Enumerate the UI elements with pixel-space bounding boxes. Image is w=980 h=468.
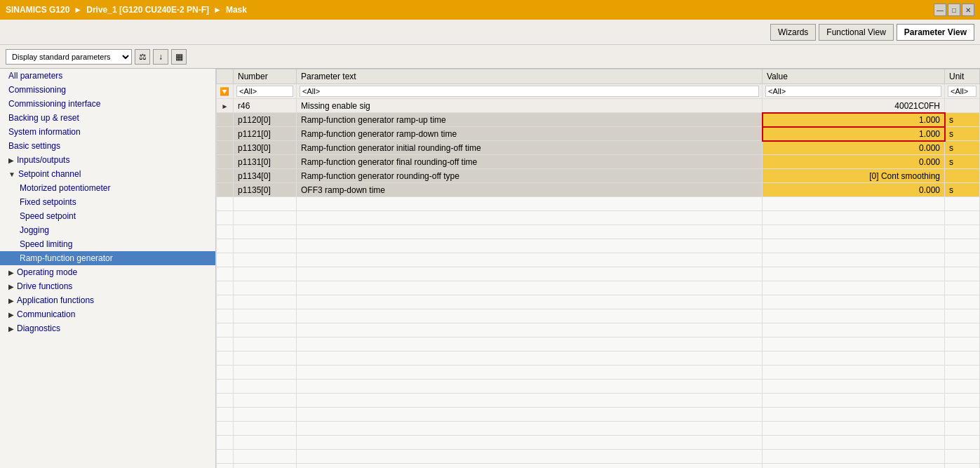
table-row[interactable]: p1120[0] Ramp-function generator ramp-up… <box>217 113 980 127</box>
empty-row <box>217 295 980 309</box>
scale-icon[interactable]: ⚖ <box>135 49 150 65</box>
row-unit-cell <box>945 99 980 113</box>
sidebar-item-jogging[interactable]: Jogging <box>0 223 215 237</box>
row-number-cell: p1131[0] <box>234 155 297 169</box>
row-arrow-cell <box>217 155 234 169</box>
sidebar-item-application-functions[interactable]: ▶ Application functions <box>0 293 215 307</box>
filter-unit-input[interactable] <box>948 86 976 97</box>
filter-value-cell[interactable] <box>763 84 945 99</box>
table-row[interactable]: p1131[0] Ramp-function generator final r… <box>217 155 980 169</box>
row-arrow-cell <box>217 141 234 155</box>
sidebar-item-ramp-function-generator[interactable]: Ramp-function generator <box>0 251 215 265</box>
sidebar-item-setpoint-channel[interactable]: ▼ Setpoint channel <box>0 167 215 181</box>
window-controls[interactable]: — □ ✕ <box>934 4 974 16</box>
title-sinamics: SINAMICS G120 <box>6 5 69 15</box>
parameter-table: Number Parameter text Value Unit 🔽 <box>216 69 980 468</box>
sidebar: All parameters Commissioning Commissioni… <box>0 69 216 468</box>
row-value-cell[interactable]: 1.000 <box>763 127 945 141</box>
sidebar-item-diagnostics[interactable]: ▶ Diagnostics <box>0 321 215 335</box>
header-value[interactable]: Value <box>763 69 945 84</box>
maximize-button[interactable]: □ <box>948 4 960 16</box>
expand-arrow-icon: ▼ <box>8 171 15 178</box>
sidebar-item-label: Commissioning <box>8 85 66 95</box>
row-value-cell[interactable]: 0.000 <box>763 141 945 155</box>
sidebar-item-label: Application functions <box>17 295 94 305</box>
row-value-cell: 40021C0FH <box>763 99 945 113</box>
row-number-cell: p1135[0] <box>234 183 297 197</box>
sidebar-item-backing-reset[interactable]: Backing up & reset <box>0 111 215 125</box>
row-unit-cell <box>945 169 980 183</box>
sidebar-item-inputs-outputs[interactable]: ▶ Inputs/outputs <box>0 153 215 167</box>
title-bar: SINAMICS G120 ► Drive_1 [G120 CU240E-2 P… <box>0 0 980 20</box>
filter-value-input[interactable] <box>765 86 941 97</box>
header-unit[interactable]: Unit <box>945 69 980 84</box>
sidebar-item-label: Drive functions <box>17 281 72 291</box>
close-button[interactable]: ✕ <box>962 4 974 16</box>
view-toolbar: Wizards Functional View Parameter View <box>0 20 980 45</box>
sidebar-item-drive-functions[interactable]: ▶ Drive functions <box>0 279 215 293</box>
settings-icon[interactable]: ▦ <box>171 49 187 65</box>
row-unit-cell: s <box>945 113 980 127</box>
empty-row <box>217 323 980 337</box>
empty-row <box>217 211 980 225</box>
empty-row <box>217 267 980 281</box>
sidebar-item-all-parameters[interactable]: All parameters <box>0 69 215 83</box>
table-row[interactable]: p1134[0] Ramp-function generator roundin… <box>217 169 980 183</box>
row-unit-cell: s <box>945 141 980 155</box>
row-unit-cell: s <box>945 155 980 169</box>
parameter-table-container: Number Parameter text Value Unit 🔽 <box>216 69 980 468</box>
header-number[interactable]: Number <box>234 69 297 84</box>
row-value-cell[interactable]: [0] Cont smoothing <box>763 169 945 183</box>
sidebar-item-commissioning[interactable]: Commissioning <box>0 83 215 97</box>
sidebar-item-label: Communication <box>17 309 75 319</box>
header-text[interactable]: Parameter text <box>297 69 763 84</box>
row-value-cell[interactable]: 1.000 <box>763 113 945 127</box>
table-filter-row: 🔽 <box>217 84 980 99</box>
sidebar-item-operating-mode[interactable]: ▶ Operating mode <box>0 265 215 279</box>
sidebar-item-label: Operating mode <box>17 267 77 277</box>
table-row[interactable]: p1130[0] Ramp-function generator initial… <box>217 141 980 155</box>
sidebar-item-communication[interactable]: ▶ Communication <box>0 307 215 321</box>
sidebar-item-label: System information <box>8 127 81 137</box>
empty-row <box>217 436 980 450</box>
filter-unit-cell[interactable] <box>945 84 980 99</box>
sidebar-item-speed-setpoint[interactable]: Speed setpoint <box>0 209 215 223</box>
empty-row <box>217 366 980 380</box>
filter-number-cell[interactable] <box>234 84 297 99</box>
sidebar-item-fixed-setpoints[interactable]: Fixed setpoints <box>0 195 215 209</box>
download-icon[interactable]: ↓ <box>153 49 168 65</box>
title-arrow1: ► <box>74 5 82 15</box>
sidebar-item-motorized-potentiometer[interactable]: Motorized potentiometer <box>0 181 215 195</box>
empty-row <box>217 309 980 323</box>
row-text-cell: Ramp-function generator rounding-off typ… <box>297 169 763 183</box>
expand-arrow-icon: ▶ <box>8 311 14 319</box>
row-text-cell: Ramp-function generator ramp-down time <box>297 127 763 141</box>
sidebar-item-system-information[interactable]: System information <box>0 125 215 139</box>
sidebar-item-speed-limiting[interactable]: Speed limiting <box>0 237 215 251</box>
filter-text-cell[interactable] <box>297 84 763 99</box>
display-filter-dropdown[interactable]: Display standard parametersDisplay all p… <box>6 49 132 65</box>
filter-number-input[interactable] <box>236 86 293 97</box>
row-value-cell[interactable]: 0.000 <box>763 155 945 169</box>
table-row[interactable]: ► r46 Missing enable sig 40021C0FH <box>217 99 980 113</box>
empty-row <box>217 253 980 267</box>
filter-text-input[interactable] <box>300 86 759 97</box>
sidebar-item-commissioning-interface[interactable]: Commissioning interface <box>0 97 215 111</box>
row-arrow-cell <box>217 113 234 127</box>
expand-arrow-icon: ▶ <box>8 297 14 305</box>
expand-arrow-icon: ▶ <box>8 325 14 333</box>
minimize-button[interactable]: — <box>934 4 946 16</box>
functional-view-button[interactable]: Functional View <box>819 24 894 41</box>
wizards-button[interactable]: Wizards <box>770 24 816 41</box>
row-text-cell: Ramp-function generator ramp-up time <box>297 113 763 127</box>
sidebar-item-basic-settings[interactable]: Basic settings <box>0 139 215 153</box>
sidebar-item-label: Basic settings <box>8 141 60 151</box>
table-row[interactable]: p1135[0] OFF3 ramp-down time 0.000 s <box>217 183 980 197</box>
sidebar-item-label: Commissioning interface <box>8 99 100 109</box>
parameter-view-button[interactable]: Parameter View <box>897 24 974 41</box>
row-value-cell[interactable]: 0.000 <box>763 183 945 197</box>
row-arrow-cell: ► <box>217 99 234 113</box>
empty-row <box>217 225 980 239</box>
table-row[interactable]: p1121[0] Ramp-function generator ramp-do… <box>217 127 980 141</box>
table-header-row: Number Parameter text Value Unit <box>217 69 980 84</box>
